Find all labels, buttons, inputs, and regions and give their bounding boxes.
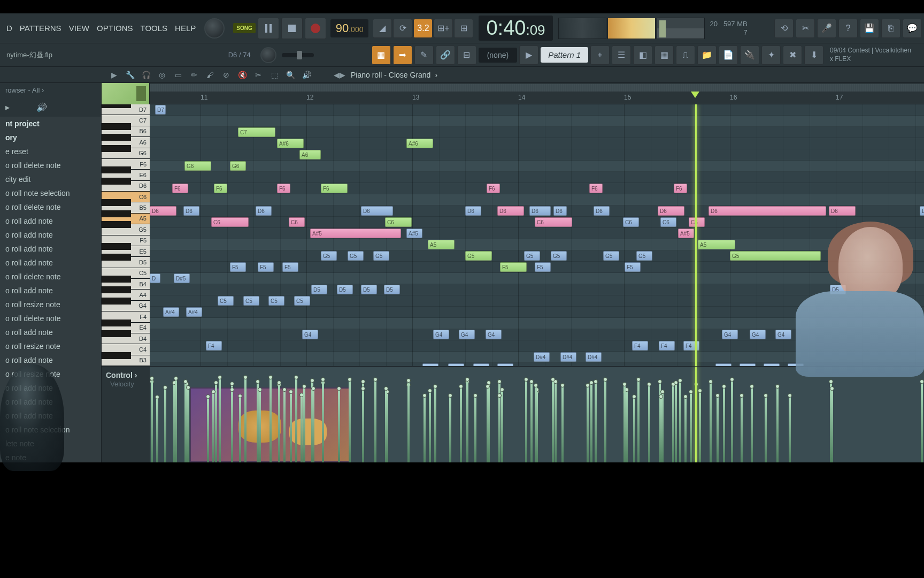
step-edit-icon[interactable]: 3.2 [413,19,433,38]
midi-note[interactable]: F6 [674,184,687,193]
midi-note[interactable]: D#4 [586,352,602,362]
history-item[interactable]: o roll delete note [0,158,101,172]
pr-delete-icon[interactable]: ⊘ [219,68,233,82]
midi-note[interactable]: D#4 [534,352,550,362]
pr-playback-icon[interactable]: 🔊 [299,68,313,82]
midi-note[interactable]: G5 [524,251,540,261]
history-item[interactable]: o roll delete note [0,200,101,214]
midi-note[interactable]: F5 [230,262,246,272]
midi-note[interactable]: C7 [238,127,275,137]
browser-volume-icon[interactable]: 🔊 [36,102,47,112]
midi-note[interactable]: D4 [740,363,756,366]
midi-note[interactable]: A#4 [186,307,202,317]
midi-note[interactable]: F5 [500,262,527,272]
midi-note[interactable]: A#5 [678,229,694,238]
midi-note[interactable]: F6 [321,184,348,193]
midi-note[interactable]: G4 [722,330,738,339]
history-item[interactable]: o roll delete note [0,270,101,284]
midi-note[interactable]: G4 [775,330,791,339]
midi-note[interactable]: D4 [497,363,513,366]
history-item[interactable]: o roll add note [0,325,101,339]
midi-note[interactable]: D7 [155,105,166,115]
midi-note[interactable]: D6 [150,206,176,216]
midi-note[interactable]: A#4 [163,307,179,317]
menu-options[interactable]: OPTIONS [97,24,133,33]
view-pianoroll-icon[interactable]: ▦ [654,45,674,65]
piano-key[interactable]: D4 [102,333,150,344]
plugin-icon[interactable]: 🔌 [740,45,759,65]
midi-note[interactable]: G5 [603,251,619,261]
playlist-icon[interactable]: ▦ [372,45,391,65]
midi-note[interactable]: D6 [594,206,610,216]
midi-note[interactable]: G6 [230,161,246,171]
history-item[interactable]: o roll add note [0,242,101,256]
record-button[interactable] [305,18,326,39]
pr-snap-icon[interactable]: ◀▶ [333,68,346,82]
menu-tools[interactable]: TOOLS [141,24,168,33]
midi-note[interactable]: F4 [659,341,675,351]
midi-note[interactable]: C6 [535,217,572,227]
metronome-icon[interactable]: ◢ [373,19,392,38]
midi-note[interactable]: F5 [258,262,274,272]
piano-key[interactable]: D7 [102,104,150,115]
midi-note[interactable]: F4 [206,341,222,351]
channel-dropdown[interactable]: (none) [479,48,517,63]
midi-note[interactable]: C6 [385,217,412,227]
timeline-ruler[interactable]: 11121314151617 [150,83,924,104]
history-item[interactable]: o roll add note [0,284,101,298]
midi-note[interactable]: D5 [384,285,400,294]
pitch-knob[interactable] [260,47,276,63]
midi-note[interactable]: A5 [698,240,735,249]
midi-note[interactable]: A#6 [406,139,433,148]
pr-wrench-icon[interactable]: 🔧 [123,68,137,82]
midi-note[interactable]: D5 [361,285,377,294]
midi-note[interactable]: D6 [256,206,272,216]
midi-note[interactable]: F6 [172,184,188,193]
midi-note[interactable]: F4 [683,341,699,351]
menu-help[interactable]: HELP [175,24,196,33]
chevron-right-icon[interactable]: › [435,71,437,79]
history-item[interactable]: nt project [0,117,101,131]
view-playlist-icon[interactable]: ☰ [612,45,631,65]
midi-note[interactable]: D5 [830,285,846,294]
song-pattern-toggle[interactable]: SONG [233,23,255,33]
history-item[interactable]: o roll add note [0,256,101,270]
history-item[interactable]: o roll add note [0,214,101,228]
midi-note[interactable]: G4 [433,330,449,339]
play-channel-icon[interactable]: ▶ [519,45,538,65]
midi-note[interactable]: A#5 [310,229,401,238]
history-item[interactable]: o roll note selection [0,186,101,200]
brush-icon[interactable]: ✎ [414,45,434,65]
midi-note[interactable]: G4 [486,330,502,339]
midi-note[interactable]: F6 [214,184,227,193]
midi-note[interactable]: F4 [632,341,648,351]
save-icon[interactable]: 💾 [860,19,879,38]
midi-note[interactable]: G4 [302,330,318,339]
midi-note[interactable]: D4 [764,363,780,366]
midi-note[interactable]: D6 [465,206,481,216]
midi-note[interactable]: A5 [428,240,455,249]
snap-add-icon[interactable]: ⊞+ [434,19,453,38]
browser-header[interactable]: rowser - All › [0,83,101,97]
link-icon[interactable]: 🔗 [436,45,455,65]
undo-icon[interactable]: ⟲ [774,19,794,38]
piano-key[interactable]: D5 [102,257,150,268]
midi-note[interactable]: D4 [448,363,464,366]
swing-slider[interactable] [282,53,314,57]
pr-stamp-icon[interactable]: ▭ [171,68,185,82]
piano-keyboard[interactable]: D7C7B6A6G6F6E6D6C6B5A5G5F5E5D5C5B4A4G4F4… [102,104,150,366]
midi-note[interactable]: G4 [750,330,766,339]
midi-note[interactable]: G5 [465,251,492,261]
snap-icon[interactable]: ⊞ [454,19,473,38]
piano-key[interactable]: B3 [102,355,150,366]
midi-note[interactable]: D6 [553,206,567,216]
piano-key[interactable]: G4 [102,301,150,311]
midi-note[interactable]: A#5 [406,229,422,238]
history-item[interactable]: o roll add note [0,353,101,367]
control-label[interactable]: Control [106,371,133,379]
countdown-icon[interactable]: ⟳ [393,19,412,38]
cut-icon[interactable]: ✂ [796,19,815,38]
add-pattern-icon[interactable]: + [590,45,610,65]
time-display[interactable]: 0:40:09 [479,16,552,41]
midi-note[interactable]: D6 [183,206,199,216]
